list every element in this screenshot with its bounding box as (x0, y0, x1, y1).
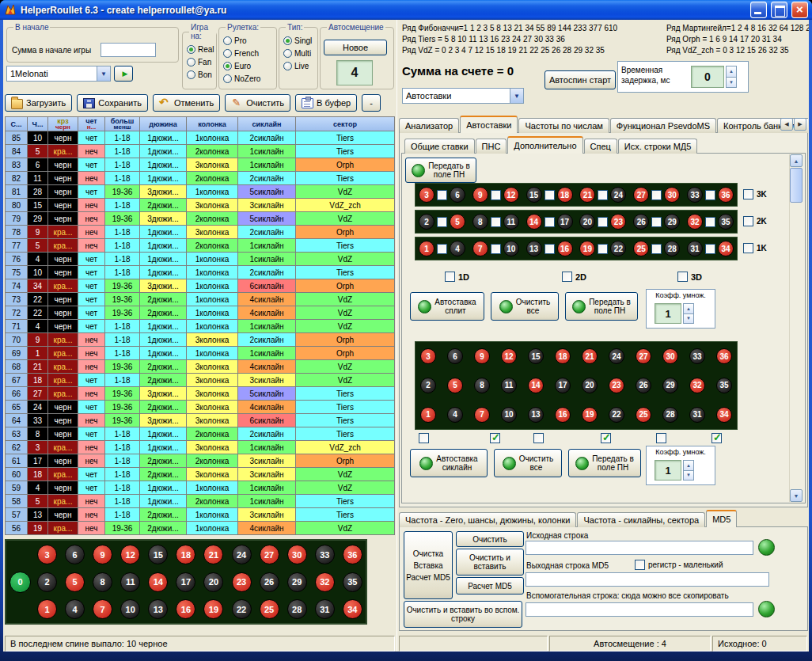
tab-MD5[interactable]: MD5 (706, 510, 737, 527)
split-checkbox-20-23[interactable] (598, 217, 608, 227)
number-7[interactable]: 7 (472, 241, 488, 256)
dozen-checkbox-2D[interactable] (562, 272, 572, 282)
number-18[interactable]: 18 (176, 545, 195, 564)
number-34[interactable]: 34 (718, 241, 734, 256)
split-checkbox-14-17[interactable] (544, 217, 555, 227)
number-24[interactable]: 24 (610, 187, 626, 203)
spin-row[interactable]: 691кра...неч1-181дюжи...1колонка1сиклайн… (6, 347, 395, 360)
number-12[interactable]: 12 (120, 545, 140, 564)
split-checkbox-32-35[interactable] (705, 217, 715, 227)
number-20[interactable]: 20 (579, 214, 595, 230)
checkbox-2K[interactable] (743, 216, 753, 226)
tab-Дополнительно[interactable]: Дополнительно (507, 136, 582, 154)
number-25[interactable]: 25 (633, 241, 649, 256)
number-31[interactable]: 31 (687, 241, 703, 256)
number-16[interactable]: 16 (176, 599, 195, 619)
number-32[interactable]: 32 (315, 572, 335, 592)
spinner-down-icon[interactable] (683, 471, 694, 481)
number-4[interactable]: 4 (447, 407, 463, 423)
number-15[interactable]: 15 (526, 187, 542, 203)
split-checkbox-27-30[interactable] (651, 190, 662, 200)
spin-row[interactable]: 8128чернчет19-363дюжи...1колонка5сиклайн… (6, 185, 395, 199)
number-27[interactable]: 27 (260, 545, 279, 564)
checkbox-3K[interactable] (743, 189, 753, 199)
title-bar[interactable]: HelperRoullet 6.3 - create helperroullet… (0, 0, 812, 20)
split-checkbox-19-22[interactable] (598, 244, 608, 254)
spin-row[interactable]: 836чернчет1-181дюжи...3колонка1сиклайнOr… (6, 158, 395, 172)
spin-row[interactable]: 764чернчет1-181дюжи...1колонка1сиклайнVd… (6, 253, 395, 266)
tab-ПНС[interactable]: ПНС (476, 139, 507, 154)
number-36[interactable]: 36 (718, 187, 734, 203)
number-18[interactable]: 18 (555, 348, 571, 364)
number-9[interactable]: 9 (472, 187, 488, 203)
play-button[interactable] (114, 66, 133, 82)
number-19[interactable]: 19 (579, 241, 595, 256)
register-checkbox[interactable] (635, 560, 645, 570)
number-6[interactable]: 6 (65, 545, 85, 564)
number-18[interactable]: 18 (557, 187, 573, 203)
minimize-button[interactable] (750, 2, 767, 18)
spin-row[interactable]: 623кра...неч1-181дюжи...3колонка1сиклайн… (6, 441, 395, 454)
spinner-down-icon[interactable] (683, 314, 694, 325)
number-5[interactable]: 5 (65, 572, 85, 592)
number-26[interactable]: 26 (260, 572, 279, 592)
number-20[interactable]: 20 (582, 378, 598, 393)
number-13[interactable]: 13 (526, 241, 542, 256)
spin-row[interactable]: 6117черннеч1-182дюжи...2колонка3сиклайнO… (6, 454, 395, 468)
number-7[interactable]: 7 (474, 407, 490, 423)
spin-row[interactable]: 594чернчет1-181дюжи...1колонка1сиклайнVd… (6, 481, 395, 495)
number-4[interactable]: 4 (450, 241, 465, 256)
split-checkbox-8-11[interactable] (491, 217, 501, 227)
tab-Автоставки[interactable]: Автоставки (460, 116, 518, 133)
spin-row[interactable]: 7929черннеч19-363дюжи...2колонка5сиклайн… (6, 212, 395, 226)
spin-row[interactable]: 714чернчет1-181дюжи...1колонка1сиклайнVd… (6, 320, 395, 333)
tab-Исх-строки-МД5[interactable]: Исх. строки МД5 (618, 139, 698, 154)
radio-Fan[interactable]: Fan (187, 55, 216, 68)
dozen-checkbox-3D[interactable] (677, 272, 688, 282)
number-15[interactable]: 15 (148, 545, 168, 564)
number-6[interactable]: 6 (447, 348, 463, 364)
spin-row[interactable]: 845кра...неч1-181дюжи...2колонка1сиклайн… (6, 145, 395, 158)
number-2[interactable]: 2 (37, 572, 57, 592)
split-checkbox-9-12[interactable] (491, 190, 501, 200)
autobets-combo[interactable]: Автоставки (402, 88, 524, 104)
sixline-checkbox-4[interactable] (601, 433, 611, 443)
md5-run-source-button[interactable] (758, 539, 775, 556)
toolbar-button-Отменить[interactable]: Отменить (153, 94, 220, 112)
split-checkbox-13-16[interactable] (544, 244, 555, 254)
profile-combo[interactable]: 1Melonati (6, 66, 111, 82)
split-checkbox-3-6[interactable] (437, 190, 447, 200)
spin-row[interactable]: 789кра...неч1-181дюжи...3колонка2сиклайн… (6, 226, 395, 239)
number-14[interactable]: 14 (148, 572, 168, 592)
number-31[interactable]: 31 (315, 599, 335, 619)
tab-scroll-right-button[interactable] (794, 118, 806, 131)
number-29[interactable]: 29 (287, 572, 307, 592)
tab-Частота-Zero-шансы-дюжины-колонки[interactable]: Частота - Zero, шансы, дюжины, колонки (399, 512, 576, 527)
number-16[interactable]: 16 (555, 407, 571, 423)
maximize-button[interactable] (771, 2, 787, 18)
number-33[interactable]: 33 (687, 187, 703, 203)
radio-Live[interactable]: Live (283, 59, 317, 72)
number-1[interactable]: 1 (419, 241, 434, 256)
number-7[interactable]: 7 (93, 599, 112, 619)
tab-Спец[interactable]: Спец (584, 139, 617, 154)
number-10[interactable]: 10 (120, 599, 140, 619)
spin-row[interactable]: 5713черннеч1-182дюжи...1колонка3сиклайнT… (6, 508, 395, 522)
output-md5-input[interactable] (526, 572, 769, 587)
clear-all-sixline-button[interactable]: Очиститьвсе (494, 449, 562, 477)
number-26[interactable]: 26 (636, 378, 651, 393)
md5-clear-paste-calc-button[interactable]: Очистка Вставка Расчет MD5 (404, 531, 453, 599)
spinner-down-icon[interactable] (726, 78, 737, 89)
spin-row[interactable]: 8211черннеч1-181дюжи...2колонка2сиклайнT… (6, 172, 395, 185)
number-30[interactable]: 30 (662, 348, 678, 364)
md5-calc-button[interactable]: Расчет MD5 (456, 577, 524, 595)
number-35[interactable]: 35 (343, 572, 362, 592)
number-2[interactable]: 2 (419, 214, 434, 230)
radio-Bon[interactable]: Bon (187, 68, 216, 81)
number-11[interactable]: 11 (503, 214, 519, 230)
split-coeff-spinner[interactable] (683, 303, 694, 324)
tab-Анализатор[interactable]: Анализатор (399, 118, 459, 133)
number-33[interactable]: 33 (689, 348, 705, 364)
radio-Real[interactable]: Real (187, 43, 216, 55)
scroll-thumb[interactable] (790, 168, 803, 203)
